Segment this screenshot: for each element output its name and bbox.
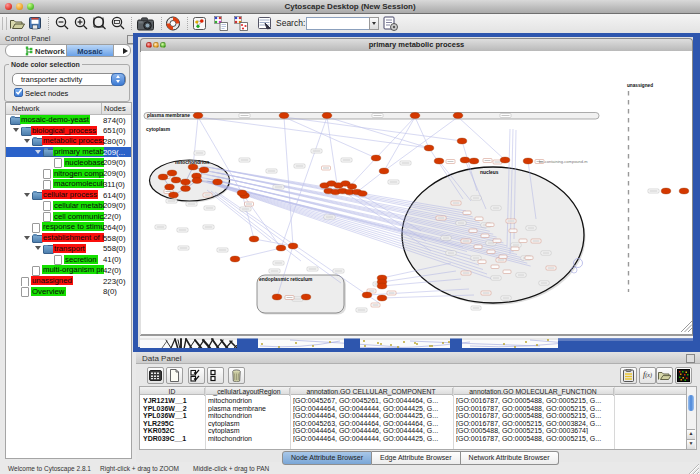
svg-text:endoplasmic reticulum: endoplasmic reticulum — [259, 277, 313, 282]
svg-text:mitochondrion: mitochondrion — [175, 160, 209, 165]
svg-text:be-containing-compound-m: be-containing-compound-m — [539, 159, 588, 164]
svg-text:unassigned: unassigned — [627, 83, 653, 88]
svg-text:cytoplasm: cytoplasm — [146, 127, 171, 132]
svg-text:plasma membrane: plasma membrane — [147, 113, 190, 118]
svg-text:nucleus: nucleus — [480, 170, 499, 175]
